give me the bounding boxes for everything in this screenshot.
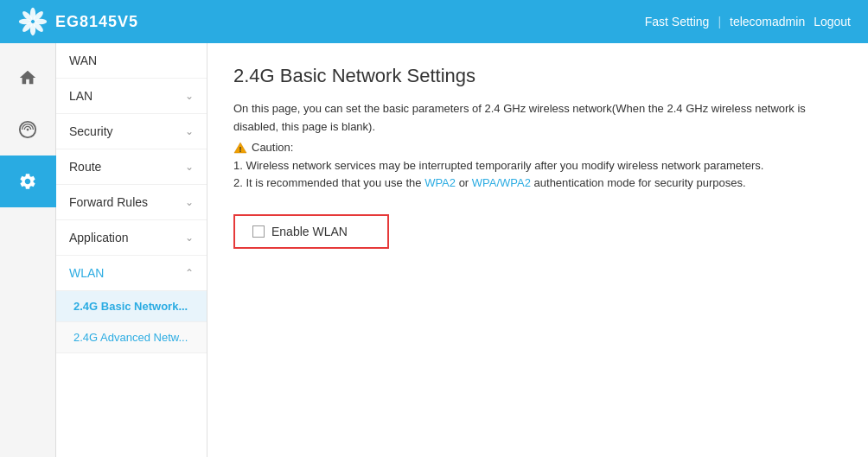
huawei-logo-icon: [17, 6, 48, 37]
gear-icon: [18, 172, 37, 191]
page-description: On this page, you can set the basic para…: [233, 100, 842, 136]
nav-item-config[interactable]: [0, 156, 56, 207]
sidebar-item-forward-rules[interactable]: Forward Rules ⌄: [56, 185, 207, 220]
svg-point-9: [27, 129, 29, 131]
logout-button[interactable]: Logout: [814, 15, 851, 29]
header-divider: |: [718, 15, 721, 29]
enable-wlan-checkbox[interactable]: [252, 225, 265, 238]
chevron-down-icon: ⌄: [185, 196, 194, 208]
nav-item-status[interactable]: [0, 104, 56, 156]
sidebar-item-security-label: Security: [69, 124, 113, 138]
sidebar-item-route[interactable]: Route ⌄: [56, 149, 207, 185]
svg-text:!: !: [239, 145, 242, 154]
chevron-down-icon: ⌄: [185, 161, 194, 173]
chevron-down-icon: ⌄: [185, 232, 194, 244]
signal-icon: [18, 120, 37, 139]
sidebar-item-lan[interactable]: LAN ⌄: [56, 79, 207, 114]
sidebar-sub-item-basic-network-label: 2.4G Basic Network...: [73, 300, 188, 313]
sidebar: WAN LAN ⌄ Security ⌄ Route ⌄ Forward Rul…: [56, 43, 207, 457]
header: EG8145V5 Fast Setting | telecomadmin Log…: [0, 0, 868, 43]
sidebar-item-wan-label: WAN: [69, 54, 97, 67]
caution-line-2: 2. It is recommended that you use the WP…: [233, 175, 842, 193]
sidebar-item-application-label: Application: [69, 231, 129, 244]
chevron-down-icon: ⌄: [185, 90, 194, 102]
caution-label: Caution:: [252, 141, 293, 154]
sidebar-item-wlan[interactable]: WLAN ⌃: [56, 256, 207, 291]
caution-title: ! Caution:: [233, 141, 842, 155]
sidebar-item-wan[interactable]: WAN: [56, 43, 207, 79]
main-content: 2.4G Basic Network Settings On this page…: [207, 43, 868, 457]
enable-wlan-box: Enable WLAN: [233, 214, 389, 249]
sidebar-sub-item-advanced-network[interactable]: 2.4G Advanced Netw...: [56, 322, 207, 353]
home-icon: [18, 68, 37, 87]
main-layout: WAN LAN ⌄ Security ⌄ Route ⌄ Forward Rul…: [0, 43, 868, 457]
sidebar-item-security[interactable]: Security ⌄: [56, 114, 207, 149]
nav-item-home[interactable]: [0, 52, 56, 104]
caution-block: ! Caution: 1. Wireless network services …: [233, 141, 842, 194]
brand-logo: EG8145V5: [17, 6, 138, 37]
warning-icon: !: [233, 141, 247, 155]
sidebar-item-route-label: Route: [69, 160, 101, 174]
chevron-up-icon: ⌃: [185, 267, 194, 279]
sidebar-sub-item-basic-network[interactable]: 2.4G Basic Network...: [56, 291, 207, 322]
icon-nav: [0, 43, 56, 457]
sidebar-item-lan-label: LAN: [69, 89, 93, 103]
sidebar-item-application[interactable]: Application ⌄: [56, 220, 207, 256]
brand-name: EG8145V5: [55, 13, 138, 31]
caution-line-1: 1. Wireless network services may be inte…: [233, 157, 842, 175]
header-nav: Fast Setting | telecomadmin Logout: [645, 15, 851, 29]
sidebar-item-wlan-label: WLAN: [69, 266, 104, 280]
enable-wlan-label[interactable]: Enable WLAN: [271, 225, 348, 238]
page-title: 2.4G Basic Network Settings: [233, 65, 842, 87]
sidebar-item-forward-rules-label: Forward Rules: [69, 195, 148, 209]
chevron-down-icon: ⌄: [185, 125, 194, 137]
sidebar-sub-item-advanced-network-label: 2.4G Advanced Netw...: [73, 331, 188, 344]
fast-setting-link[interactable]: Fast Setting: [645, 15, 710, 29]
username-label: telecomadmin: [730, 15, 805, 29]
